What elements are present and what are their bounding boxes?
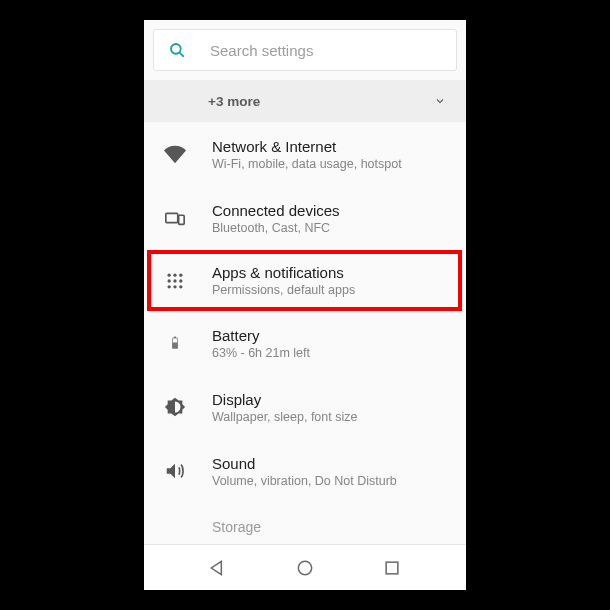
item-title: Apps & notifications (212, 264, 444, 281)
item-subtitle: Bluetooth, Cast, NFC (212, 221, 448, 235)
nav-back-button[interactable] (208, 558, 228, 578)
item-title: Sound (212, 455, 448, 472)
svg-point-4 (168, 273, 171, 276)
settings-item-display[interactable]: Display Wallpaper, sleep, font size (144, 375, 466, 439)
suggestions-label: +3 more (208, 94, 260, 109)
item-subtitle: Volume, vibration, Do Not Disturb (212, 474, 448, 488)
settings-item-network[interactable]: Network & Internet Wi-Fi, mobile, data u… (144, 122, 466, 186)
devices-icon (164, 207, 186, 229)
svg-marker-17 (211, 561, 221, 574)
item-subtitle: Wallpaper, sleep, font size (212, 410, 448, 424)
item-subtitle: Wi-Fi, mobile, data usage, hotspot (212, 157, 448, 171)
brightness-icon (164, 396, 186, 418)
item-subtitle: Permissions, default apps (212, 283, 444, 297)
svg-rect-2 (166, 213, 178, 222)
svg-rect-3 (179, 215, 185, 224)
item-title: Connected devices (212, 202, 448, 219)
item-title: Display (212, 391, 448, 408)
search-icon (168, 41, 186, 59)
settings-item-connected-devices[interactable]: Connected devices Bluetooth, Cast, NFC (144, 186, 466, 250)
settings-item-storage[interactable]: Storage (144, 503, 466, 539)
settings-item-apps-notifications[interactable]: Apps & notifications Permissions, defaul… (147, 250, 462, 311)
storage-icon (164, 517, 186, 539)
search-container: Search settings (144, 20, 466, 80)
wifi-icon (164, 143, 186, 165)
svg-point-7 (168, 279, 171, 282)
settings-list: Network & Internet Wi-Fi, mobile, data u… (144, 122, 466, 544)
svg-point-5 (173, 273, 176, 276)
item-title: Storage (212, 519, 448, 535)
apps-grid-icon (164, 270, 186, 292)
svg-line-1 (180, 53, 184, 57)
item-subtitle: 63% - 6h 21m left (212, 346, 448, 360)
chevron-down-icon (434, 95, 446, 107)
suggestions-bar[interactable]: +3 more (144, 80, 466, 122)
svg-point-6 (179, 273, 182, 276)
svg-point-11 (173, 285, 176, 288)
svg-point-12 (179, 285, 182, 288)
sound-icon (164, 460, 186, 482)
search-placeholder: Search settings (210, 42, 313, 59)
search-bar[interactable]: Search settings (153, 29, 457, 71)
svg-point-0 (171, 44, 181, 54)
svg-rect-15 (173, 338, 177, 342)
nav-home-button[interactable] (295, 558, 315, 578)
svg-point-18 (298, 561, 311, 574)
svg-point-9 (179, 279, 182, 282)
item-title: Battery (212, 327, 448, 344)
svg-rect-14 (174, 337, 176, 339)
svg-point-10 (168, 285, 171, 288)
svg-point-8 (173, 279, 176, 282)
android-navbar (144, 544, 466, 590)
nav-recents-button[interactable] (382, 558, 402, 578)
item-title: Network & Internet (212, 138, 448, 155)
settings-item-battery[interactable]: Battery 63% - 6h 21m left (144, 311, 466, 375)
settings-item-sound[interactable]: Sound Volume, vibration, Do Not Disturb (144, 439, 466, 503)
battery-icon (164, 332, 186, 354)
svg-rect-19 (386, 562, 398, 574)
settings-screen: Search settings +3 more Network & Intern… (144, 20, 466, 590)
